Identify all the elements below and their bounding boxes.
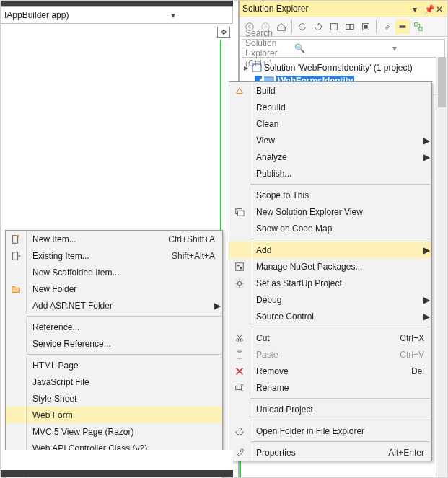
ctx-item-set-as-startup-project[interactable]: Set as StartUp Project (229, 275, 431, 291)
blank-icon (229, 99, 250, 115)
ctx-item-add[interactable]: Add▶ (229, 242, 431, 258)
submenu-arrow-icon: ▶ (421, 136, 431, 146)
add-item-javascript-file[interactable]: JavaScript File (6, 373, 222, 390)
search-dropdown-icon[interactable]: ▾ (392, 43, 442, 53)
menu-item-shortcut: Alt+Enter (388, 448, 431, 458)
menu-item-label: New Item... (27, 234, 168, 244)
add-item-new-folder[interactable]: New Folder (6, 280, 222, 297)
svg-rect-13 (237, 211, 244, 216)
solution-node[interactable]: ▸ Solution 'WebFormsIdentity' (1 project… (242, 61, 444, 74)
collapse-button[interactable] (327, 19, 341, 34)
pin-icon[interactable]: 📌 (424, 4, 433, 13)
add-item-reference[interactable]: Reference... (6, 319, 222, 335)
menu-item-label: Add ASP.NET Folder (27, 301, 212, 311)
blank-icon (6, 264, 27, 280)
ctx-item-rebuild[interactable]: Rebuild (229, 99, 431, 115)
add-item-add-asp-net-folder[interactable]: Add ASP.NET Folder▶ (6, 297, 222, 314)
rename-icon (229, 379, 250, 396)
add-item-web-form[interactable]: Web Form (6, 407, 222, 423)
expander-icon[interactable]: ▸ (242, 63, 250, 73)
menu-item-label: Add (250, 245, 421, 255)
submenu-arrow-icon: ▶ (421, 295, 431, 305)
view-class-diagram-button[interactable] (411, 19, 426, 34)
member-dropdown[interactable]: IAppBuilder app) ▾ (1, 6, 233, 24)
paste-icon (229, 346, 250, 363)
add-item-new-scaffolded-item[interactable]: New Scaffolded Item... (6, 264, 222, 280)
ctx-item-build[interactable]: Build (229, 82, 431, 99)
add-item-mvc-5-view-page-razor[interactable]: MVC 5 View Page (Razor) (6, 423, 222, 440)
menu-item-label: Rebuild (250, 102, 421, 112)
svg-rect-22 (236, 386, 242, 389)
menu-item-label: MVC 5 View Page (Razor) (27, 427, 212, 437)
ctx-item-properties[interactable]: PropertiesAlt+Enter (229, 444, 431, 461)
ctx-item-source-control[interactable]: Source Control▶ (229, 308, 431, 324)
vertical-scrollbar[interactable] (436, 57, 447, 477)
ctx-item-rename[interactable]: Rename (229, 379, 431, 396)
sync-button[interactable] (295, 19, 309, 34)
blank-icon (6, 407, 27, 423)
add-item-existing-item[interactable]: Existing Item...Shift+Alt+A (6, 247, 222, 264)
ctx-item-clean[interactable]: Clean (229, 115, 431, 132)
add-item-new-item[interactable]: New Item...Ctrl+Shift+A (6, 231, 222, 247)
editor-titlebar (1, 1, 233, 6)
menu-item-label: HTML Page (27, 360, 212, 371)
ctx-item-publish[interactable]: Publish... (229, 165, 431, 182)
panel-title: Solution Explorer (242, 4, 410, 14)
search-input[interactable]: Search Solution Explorer (Ctrl+;) 🔍 ▾ (242, 39, 445, 58)
menu-item-shortcut: Ctrl+X (400, 333, 431, 343)
menu-item-label: View (250, 136, 421, 146)
menu-item-label: Web Form (27, 410, 212, 420)
newview-icon (229, 203, 250, 220)
menu-item-label: JavaScript File (27, 377, 212, 387)
add-item-style-sheet[interactable]: Style Sheet (6, 390, 222, 407)
folder-icon (6, 280, 27, 297)
blank-icon (6, 357, 27, 373)
ctx-item-manage-nuget-packages[interactable]: Manage NuGet Packages... (229, 258, 431, 275)
member-dropdown-text: IAppBuilder app) (4, 10, 117, 20)
menu-item-label: Scope to This (250, 190, 421, 200)
ctx-item-new-solution-explorer-view[interactable]: New Solution Explorer View (229, 203, 431, 220)
open-icon (229, 422, 250, 439)
preview-button[interactable] (359, 19, 373, 34)
menu-item-label: Style Sheet (27, 394, 212, 404)
ctx-item-analyze[interactable]: Analyze▶ (229, 149, 431, 165)
svg-rect-9 (419, 27, 422, 30)
editor-bottom-bar (1, 470, 233, 477)
newitem-icon (6, 231, 27, 247)
menu-item-shortcut: Del (411, 366, 431, 376)
blank-icon (229, 115, 250, 132)
menu-item-label: New Solution Explorer View (250, 207, 421, 217)
menu-item-label: Existing Item... (27, 251, 172, 261)
cut-icon (229, 329, 250, 346)
ctx-item-view[interactable]: View▶ (229, 132, 431, 149)
close-icon[interactable]: ✕ (436, 4, 444, 13)
ctx-item-show-on-code-map[interactable]: Show on Code Map (229, 220, 431, 236)
menu-item-label: Source Control (250, 311, 421, 322)
menu-separator (250, 398, 430, 399)
properties-button[interactable] (379, 19, 394, 34)
add-item-html-page[interactable]: HTML Page (6, 357, 222, 373)
svg-rect-14 (236, 262, 244, 270)
menu-item-label: Cut (250, 333, 400, 343)
ctx-item-cut[interactable]: CutCtrl+X (229, 329, 431, 346)
ctx-item-open-folder-in-file-explorer[interactable]: Open Folder in File Explorer (229, 422, 431, 439)
move-handle-icon[interactable]: ✥ (217, 27, 230, 38)
add-item-service-reference[interactable]: Service Reference... (6, 335, 222, 352)
view-code-button[interactable] (395, 19, 410, 34)
svg-rect-25 (13, 252, 18, 260)
refresh-button[interactable] (311, 19, 325, 34)
panel-titlebar[interactable]: Solution Explorer ▾ 📌 ✕ (240, 1, 447, 17)
scrollbar-thumb[interactable] (438, 57, 446, 107)
dropdown-icon[interactable]: ▾ (413, 4, 421, 13)
blank-icon (229, 291, 250, 308)
gear-icon (229, 275, 250, 291)
exitem-icon (6, 247, 27, 264)
show-all-button[interactable] (343, 19, 357, 34)
submenu-arrow-icon: ▶ (212, 301, 222, 311)
ctx-item-unload-project[interactable]: Unload Project (229, 401, 431, 417)
ctx-item-scope-to-this[interactable]: Scope to This (229, 187, 431, 203)
menu-item-label: Publish... (250, 169, 421, 179)
ctx-item-remove[interactable]: RemoveDel (229, 363, 431, 379)
ctx-item-debug[interactable]: Debug▶ (229, 291, 431, 308)
submenu-arrow-icon: ▶ (421, 311, 431, 322)
